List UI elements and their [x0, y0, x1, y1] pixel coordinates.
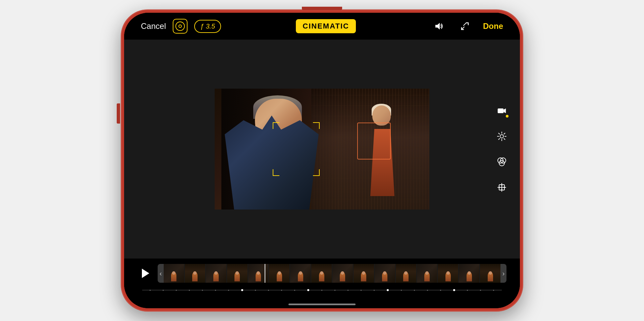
svg-marker-8	[503, 108, 506, 113]
cinematic-badge[interactable]: CINEMATIC	[296, 19, 356, 33]
home-indicator	[124, 300, 520, 308]
timeline-row: ‹	[138, 264, 506, 283]
focus-box-secondary[interactable]	[357, 123, 391, 159]
timeline-bracket-right: ›	[500, 264, 506, 283]
svg-rect-7	[498, 108, 504, 113]
film-frame	[332, 264, 353, 283]
active-indicator-dot	[506, 115, 508, 118]
scrubber-dot	[361, 290, 362, 291]
cancel-button[interactable]: Cancel	[141, 21, 166, 31]
film-frame	[290, 264, 311, 283]
scrubber-dot	[294, 290, 295, 291]
color-button[interactable]	[494, 154, 510, 170]
home-bar	[288, 304, 356, 305]
mute-button[interactable]	[302, 7, 342, 10]
scrubber-dot	[281, 290, 282, 291]
svg-line-5	[464, 23, 466, 26]
scrubber-dot	[268, 290, 269, 291]
timeline-strip[interactable]: ‹	[158, 264, 506, 283]
focus-corner-tl	[273, 122, 279, 129]
play-triangle-icon	[142, 269, 149, 278]
crop-icon	[497, 183, 506, 192]
scrubber-dot	[228, 290, 229, 291]
video-preview-area	[124, 40, 520, 259]
focus-mode-button[interactable]	[173, 19, 187, 34]
fullscreen-button[interactable]	[457, 18, 473, 34]
scrubber-track[interactable]	[142, 287, 502, 293]
film-frame	[311, 264, 332, 283]
film-frame	[185, 264, 205, 283]
film-frame	[396, 264, 416, 283]
scrubber-dot	[163, 290, 164, 291]
film-frame	[354, 264, 374, 283]
film-frame	[459, 264, 479, 283]
scrubber-keyframe-dot	[241, 289, 243, 291]
film-frame	[227, 264, 248, 283]
focus-corner-tr	[313, 122, 320, 129]
audio-button[interactable]	[431, 18, 447, 34]
scrubber-dot	[255, 290, 256, 291]
scrubber-dot	[427, 290, 428, 291]
film-frame	[206, 264, 226, 283]
scrubber-dot	[480, 290, 481, 291]
svg-line-16	[504, 133, 505, 134]
svg-marker-0	[435, 23, 440, 30]
focus-box-primary[interactable]	[273, 122, 320, 176]
scrubber-row[interactable]	[138, 287, 506, 293]
film-frame	[248, 264, 269, 283]
aperture-label: ƒ 3.5	[200, 22, 215, 30]
scrubber-dot	[215, 290, 216, 291]
scrubber-keyframe-dot	[307, 289, 309, 291]
film-frame	[269, 264, 289, 283]
svg-line-15	[504, 139, 505, 140]
color-wheel-icon	[497, 157, 506, 167]
phone-screen: Cancel ƒ 3.5 CINEMATIC	[124, 13, 520, 308]
scrubber-dot	[321, 290, 322, 291]
video-frame	[215, 89, 429, 210]
toolbar-left-group: Cancel ƒ 3.5	[141, 19, 221, 34]
svg-point-9	[500, 135, 503, 138]
scrubber-dot	[347, 290, 348, 291]
scrubber-dot	[440, 290, 441, 291]
aperture-button[interactable]: ƒ 3.5	[194, 20, 221, 33]
svg-line-14	[499, 133, 500, 134]
adjust-icon	[497, 132, 506, 141]
expand-icon	[460, 21, 470, 31]
svg-line-17	[499, 139, 500, 140]
film-frame	[375, 264, 395, 283]
speaker-icon	[434, 21, 443, 31]
scrubber-keyframe-dot	[387, 289, 389, 291]
scrubber-keyframe-dot	[453, 289, 455, 291]
camera-dot-icon	[178, 25, 182, 28]
scrubber-dot	[401, 290, 402, 291]
film-frame	[438, 264, 458, 283]
scrubber-dot	[414, 290, 415, 291]
adjust-button[interactable]	[494, 128, 510, 144]
done-button[interactable]: Done	[483, 21, 503, 31]
volume-button[interactable]	[117, 103, 120, 124]
right-tools-panel	[494, 103, 510, 195]
video-camera-icon	[497, 106, 506, 116]
focus-corner-br	[313, 169, 320, 176]
bottom-controls: ‹	[124, 259, 520, 300]
scrubber-dot	[202, 290, 203, 291]
film-frame	[417, 264, 437, 283]
phone-shell: Cancel ƒ 3.5 CINEMATIC	[121, 9, 523, 312]
filmstrip[interactable]	[164, 264, 500, 283]
scrubber-dot	[493, 290, 494, 291]
video-camera-button[interactable]	[494, 103, 510, 119]
scrubber-dot	[374, 290, 375, 291]
top-toolbar: Cancel ƒ 3.5 CINEMATIC	[124, 13, 520, 40]
film-frame	[480, 264, 500, 283]
focus-corner-bl	[273, 169, 279, 176]
toolbar-right-group: Done	[431, 18, 503, 34]
crop-button[interactable]	[494, 179, 510, 195]
camera-icon	[175, 21, 185, 31]
scrubber-dot	[189, 290, 190, 291]
film-frame	[164, 264, 184, 283]
timeline-bracket-left: ‹	[158, 264, 164, 283]
scrubber-dot	[334, 290, 335, 291]
playhead-indicator	[265, 264, 265, 283]
play-button[interactable]	[138, 266, 152, 281]
scrubber-dot	[176, 290, 177, 291]
